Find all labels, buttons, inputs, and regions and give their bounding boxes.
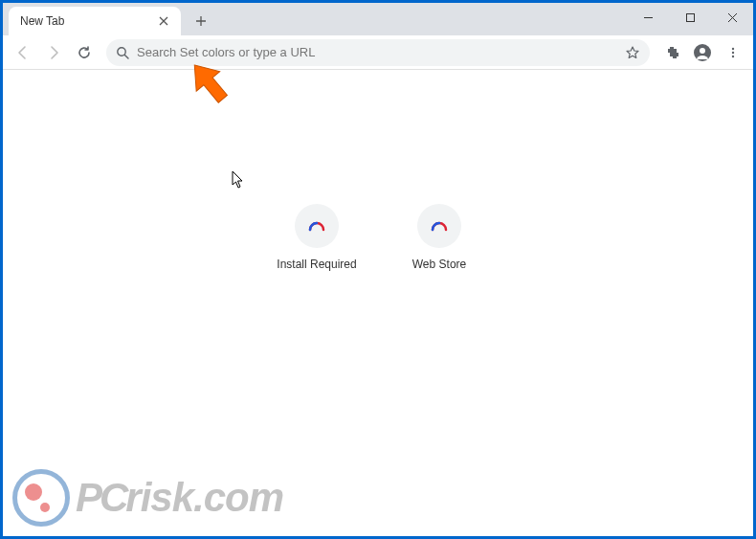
shortcuts-row: Install Required Web Store [6, 204, 750, 271]
svg-point-5 [732, 51, 734, 53]
shortcut-label: Web Store [412, 258, 466, 271]
close-window-button[interactable] [711, 3, 753, 32]
extensions-button[interactable] [657, 38, 686, 67]
shortcut-label: Install Required [277, 258, 356, 271]
toolbar: Search Set colors or type a URL [3, 35, 753, 70]
maximize-button[interactable] [669, 3, 711, 32]
back-button[interactable] [9, 38, 37, 67]
watermark-text: PCrisk.com [76, 475, 283, 521]
profile-button[interactable] [688, 38, 717, 67]
menu-button[interactable] [719, 38, 747, 67]
watermark-globe-icon [12, 469, 70, 527]
address-placeholder: Search Set colors or type a URL [137, 45, 625, 59]
tab-title: New Tab [20, 14, 156, 28]
svg-point-4 [732, 47, 734, 49]
close-tab-icon[interactable] [156, 13, 171, 29]
svg-point-3 [700, 48, 705, 54]
watermark: PCrisk.com [12, 469, 283, 527]
svg-rect-0 [686, 13, 694, 21]
window-controls [627, 3, 753, 32]
browser-tab[interactable]: New Tab [9, 7, 181, 35]
shortcut-web-store[interactable]: Web Store [391, 204, 487, 271]
svg-point-6 [732, 55, 734, 56]
page-content: Install Required Web Store [6, 70, 750, 533]
forward-button[interactable] [39, 38, 68, 67]
address-bar[interactable]: Search Set colors or type a URL [106, 39, 650, 66]
minimize-button[interactable] [627, 3, 669, 32]
titlebar: New Tab [3, 3, 753, 35]
shortcut-icon [417, 204, 461, 248]
shortcut-install-required[interactable]: Install Required [269, 204, 365, 271]
reload-button[interactable] [70, 38, 99, 67]
bookmark-star-icon[interactable] [625, 45, 640, 60]
shortcut-icon [295, 204, 339, 248]
new-tab-button[interactable] [189, 9, 213, 34]
search-icon [116, 46, 129, 59]
